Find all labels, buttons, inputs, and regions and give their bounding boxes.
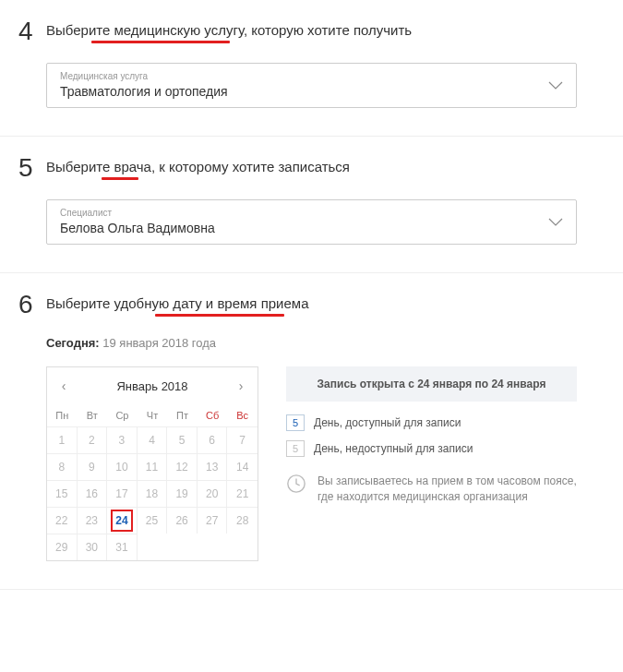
step-4-header: 4 Выберите медицинскую услугу, которую х… [0, 18, 623, 44]
booking-range-banner: Запись открыта с 24 января по 24 января [286, 366, 577, 402]
legend-unavailable-text: День, недоступный для записи [314, 442, 473, 455]
calendar-day[interactable]: 29 [47, 534, 78, 560]
today-label: Сегодня: [46, 336, 100, 350]
step-5-number: 5 [18, 155, 46, 181]
clock-icon [286, 474, 306, 498]
legend-available-text: День, доступный для записи [314, 416, 461, 429]
calendar-day[interactable]: 22 [47, 507, 78, 534]
step-6-number: 6 [18, 292, 46, 318]
step-5-title: Выберите врача, к которому хотите записа… [46, 159, 350, 174]
calendar-day[interactable]: 25 [138, 507, 168, 534]
calendar-next-button[interactable]: › [230, 375, 252, 397]
legend-available-badge: 5 [286, 414, 305, 431]
step-4-title: Выберите медицинскую услугу, которую хот… [46, 22, 412, 38]
legend-unavailable-badge: 5 [286, 440, 305, 457]
calendar-weekday: Чт [138, 404, 168, 426]
calendar-day[interactable]: 2 [78, 426, 108, 453]
calendar-day[interactable]: 28 [227, 507, 258, 534]
calendar-day[interactable]: 19 [167, 480, 198, 507]
calendar-day[interactable]: 30 [78, 534, 108, 560]
calendar-day[interactable]: 26 [167, 507, 198, 534]
calendar-day[interactable]: 21 [227, 480, 258, 507]
select-label: Медицинская услуга [60, 71, 539, 81]
calendar-month-label: Январь 2018 [116, 379, 187, 393]
calendar-day[interactable]: 15 [47, 480, 78, 507]
legend-available: 5 День, доступный для записи [286, 414, 577, 431]
legend-unavailable: 5 День, недоступный для записи [286, 440, 577, 457]
calendar-day[interactable]: 31 [107, 534, 138, 560]
calendar-day[interactable]: 20 [198, 480, 228, 507]
calendar-day[interactable]: 4 [138, 426, 168, 453]
select-value: Белова Ольга Вадимовна [60, 221, 215, 235]
step-6: 6 Выберите удобную дату и время приема С… [0, 273, 623, 590]
calendar-weekday: Вт [78, 404, 108, 426]
calendar-day[interactable]: 12 [167, 453, 198, 480]
calendar-weekday: Ср [107, 404, 138, 426]
calendar-day[interactable]: 14 [227, 453, 258, 480]
underline-annotation [91, 41, 230, 43]
today-line: Сегодня: 19 января 2018 года [46, 336, 577, 350]
calendar-day[interactable]: 17 [107, 480, 138, 507]
calendar-day[interactable]: 16 [78, 480, 108, 507]
step-5: 5 Выберите врача, к которому хотите запи… [0, 137, 623, 273]
calendar-day[interactable]: 6 [198, 426, 228, 453]
calendar-weekday: Пн [47, 404, 78, 426]
medical-service-select[interactable]: Медицинская услуга Травматология и ортоп… [46, 63, 577, 108]
calendar: ‹ Январь 2018 › ПнВтСрЧтПтСбВс 123456789… [46, 366, 258, 561]
doctor-select[interactable]: Специалист Белова Ольга Вадимовна [46, 199, 577, 245]
step-6-title: Выберите удобную дату и время приема [46, 295, 309, 311]
calendar-day[interactable]: 11 [138, 453, 168, 480]
calendar-day[interactable]: 10 [107, 453, 138, 480]
select-value: Травматология и ортопедия [60, 84, 228, 99]
calendar-weekday: Сб [198, 404, 228, 426]
legend-column: Запись открыта с 24 января по 24 января … [286, 366, 577, 505]
today-date: 19 января 2018 года [100, 336, 216, 350]
calendar-day[interactable]: 13 [198, 453, 228, 480]
calendar-days-grid: 1234567891011121314151617181920212223242… [47, 426, 258, 560]
calendar-day[interactable]: 5 [167, 426, 198, 453]
calendar-day[interactable]: 7 [227, 426, 258, 453]
step-5-header: 5 Выберите врача, к которому хотите запи… [0, 155, 623, 181]
calendar-day[interactable]: 24 [107, 507, 138, 534]
chevron-down-icon [548, 78, 563, 94]
calendar-prev-button[interactable]: ‹ [53, 375, 75, 397]
calendar-day[interactable]: 23 [78, 507, 108, 534]
select-label: Специалист [60, 208, 539, 218]
timezone-note-text: Вы записываетесь на прием в том часовом … [317, 474, 577, 505]
timezone-note: Вы записываетесь на прием в том часовом … [286, 474, 577, 505]
step-6-header: 6 Выберите удобную дату и время приема [0, 292, 623, 318]
calendar-day[interactable]: 27 [198, 507, 228, 534]
calendar-day[interactable]: 1 [47, 426, 78, 453]
calendar-weekday-row: ПнВтСрЧтПтСбВс [47, 404, 258, 426]
calendar-day[interactable]: 3 [107, 426, 138, 453]
underline-annotation [155, 314, 284, 317]
calendar-weekday: Пт [167, 404, 198, 426]
step-4: 4 Выберите медицинскую услугу, которую х… [0, 0, 623, 137]
calendar-day[interactable]: 8 [47, 453, 78, 480]
chevron-down-icon [548, 214, 563, 231]
step-4-number: 4 [18, 18, 46, 44]
calendar-day[interactable]: 9 [78, 453, 108, 480]
calendar-weekday: Вс [227, 404, 258, 426]
underline-annotation [102, 177, 138, 180]
calendar-day[interactable]: 18 [138, 480, 168, 507]
